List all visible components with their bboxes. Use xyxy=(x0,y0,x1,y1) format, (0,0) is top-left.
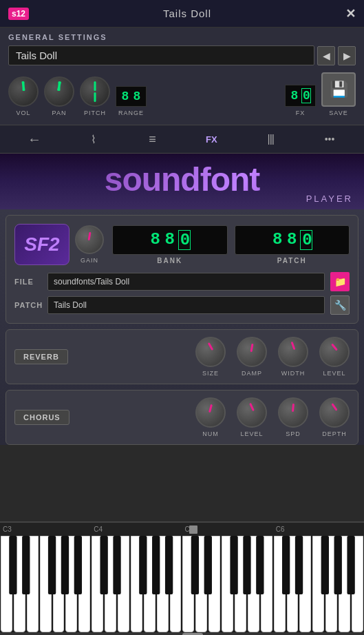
tab-more[interactable]: ••• xyxy=(301,128,358,150)
gain-label: GAIN xyxy=(81,257,98,264)
reverb-toggle-button[interactable]: REVERB xyxy=(14,349,68,364)
bank-digit-2: 8 xyxy=(164,230,176,250)
piano-key-white[interactable] xyxy=(27,536,39,632)
reverb-level-group: LEVEL xyxy=(319,337,350,377)
piano-key-white[interactable] xyxy=(182,536,194,632)
gain-knob[interactable] xyxy=(75,225,104,254)
piano-key-white[interactable] xyxy=(312,536,324,632)
vol-label: VOL xyxy=(16,110,30,116)
effects-section: REVERB SIZE DAMP WIDTH xyxy=(6,329,358,445)
piano-key-white[interactable] xyxy=(195,536,207,632)
controls-row: VOL PAN PITCH 8 8 RANGE xyxy=(8,72,356,116)
piano-key-white[interactable] xyxy=(261,536,272,632)
piano-key-white[interactable] xyxy=(118,536,129,632)
piano-key-white[interactable] xyxy=(92,536,103,632)
piano-key-white[interactable] xyxy=(274,536,286,632)
fx-group: 8 0 FX xyxy=(285,85,316,116)
bank-label: BANK xyxy=(157,257,182,264)
piano-section: C3 C4 C5 C6 xyxy=(0,521,364,635)
pan-label: PAN xyxy=(52,110,67,116)
patch-row-label: PATCH xyxy=(14,301,42,309)
pan-group: PAN xyxy=(44,76,74,116)
chorus-knobs: NUM LEVEL SPD DEPTH xyxy=(78,397,350,437)
save-label: SAVE xyxy=(329,110,347,116)
reverb-size-knob[interactable] xyxy=(195,337,226,367)
fx-digit-1: 8 xyxy=(290,89,299,103)
next-preset-button[interactable]: ▶ xyxy=(338,46,356,65)
chorus-spd-knob[interactable] xyxy=(278,397,308,428)
piano-key-white[interactable] xyxy=(53,536,65,632)
file-label: FILE xyxy=(14,278,42,286)
patch-name-input[interactable] xyxy=(47,296,325,314)
piano-key-white[interactable] xyxy=(78,536,90,632)
piano-keys[interactable] xyxy=(0,536,364,632)
bank-display: 8 8 0 xyxy=(112,225,228,255)
fx-display: 8 0 xyxy=(285,85,316,107)
piano-key-white[interactable] xyxy=(339,536,350,632)
save-button[interactable]: 💾 xyxy=(321,72,356,107)
piano-key-white[interactable] xyxy=(235,536,246,632)
reverb-block: REVERB SIZE DAMP WIDTH xyxy=(6,329,358,384)
chorus-num-knob[interactable] xyxy=(195,397,226,428)
piano-key-white[interactable] xyxy=(144,536,156,632)
file-path-input[interactable] xyxy=(47,273,325,291)
save-group: 💾 SAVE xyxy=(321,72,356,116)
tab-back[interactable]: ← xyxy=(6,128,63,150)
chorus-block: CHORUS NUM LEVEL SPD xyxy=(6,390,358,445)
vol-group: VOL xyxy=(8,76,39,116)
range-display: 8 8 xyxy=(116,86,147,107)
piano-key-white[interactable] xyxy=(299,536,311,632)
chorus-depth-knob[interactable] xyxy=(319,397,350,428)
reverb-level-label: LEVEL xyxy=(323,370,345,377)
prev-preset-button[interactable]: ◀ xyxy=(317,46,335,65)
piano-label-c5: C5 xyxy=(182,525,273,533)
piano-scrollbar[interactable] xyxy=(0,632,364,635)
piano-key-white[interactable] xyxy=(65,536,77,632)
soundfont-player: soundfont PLAYER SF2 GAIN 8 xyxy=(0,154,364,445)
preset-name-input[interactable] xyxy=(8,45,314,65)
piano-label-c6: C6 xyxy=(273,525,364,533)
chorus-level-group: LEVEL xyxy=(237,397,267,437)
piano-key-white[interactable] xyxy=(1,536,12,632)
piano-key-white[interactable] xyxy=(170,536,182,632)
piano-key-white[interactable] xyxy=(40,536,52,632)
piano-key-white[interactable] xyxy=(157,536,169,632)
tab-fx[interactable]: FX xyxy=(182,128,240,150)
file-open-button[interactable]: 📁 xyxy=(330,272,350,291)
piano-key-white[interactable] xyxy=(222,536,233,632)
reverb-header: REVERB SIZE DAMP WIDTH xyxy=(14,337,350,377)
piano-key-white[interactable] xyxy=(105,536,116,632)
piano-label-c4: C4 xyxy=(91,525,182,533)
chorus-level-knob[interactable] xyxy=(237,397,267,428)
piano-key-white[interactable] xyxy=(14,536,25,632)
reverb-width-knob[interactable] xyxy=(278,337,308,367)
pitch-group: PITCH xyxy=(80,76,110,116)
patch-digit-2: 8 xyxy=(286,230,298,250)
tab-eq[interactable]: ≡ xyxy=(124,128,182,150)
chorus-depth-group: DEPTH xyxy=(319,397,350,437)
general-settings-panel: GENERAL SETTINGS ◀ ▶ VOL PAN PITCH xyxy=(0,28,364,125)
chorus-level-label: LEVEL xyxy=(240,430,263,437)
piano-key-white[interactable] xyxy=(352,536,363,632)
sf2-rows: FILE 📁 PATCH 🔧 xyxy=(14,272,350,315)
pan-knob[interactable] xyxy=(44,76,74,107)
general-settings-label: GENERAL SETTINGS xyxy=(8,33,356,41)
sf2-top: SF2 GAIN 8 8 0 BANK xyxy=(14,224,350,265)
piano-key-white[interactable] xyxy=(131,536,142,632)
piano-key-white[interactable] xyxy=(325,536,337,632)
pitch-knob[interactable] xyxy=(80,76,110,107)
patch-digit-3: 0 xyxy=(300,230,312,250)
vol-knob[interactable] xyxy=(8,76,39,107)
chorus-toggle-button[interactable]: CHORUS xyxy=(14,410,69,425)
tab-midi[interactable]: ||| xyxy=(242,128,299,150)
reverb-damp-knob[interactable] xyxy=(237,337,267,367)
piano-key-white[interactable] xyxy=(208,536,220,632)
piano-key-white[interactable] xyxy=(248,536,259,632)
reverb-level-knob[interactable] xyxy=(319,337,350,367)
piano-key-white[interactable] xyxy=(287,536,299,632)
tab-envelope[interactable]: ⌇ xyxy=(65,128,122,150)
bank-digit-1: 8 xyxy=(149,230,162,250)
close-button[interactable]: ✕ xyxy=(345,6,356,21)
bank-digit-3: 0 xyxy=(178,230,191,250)
patch-select-button[interactable]: 🔧 xyxy=(330,295,350,315)
